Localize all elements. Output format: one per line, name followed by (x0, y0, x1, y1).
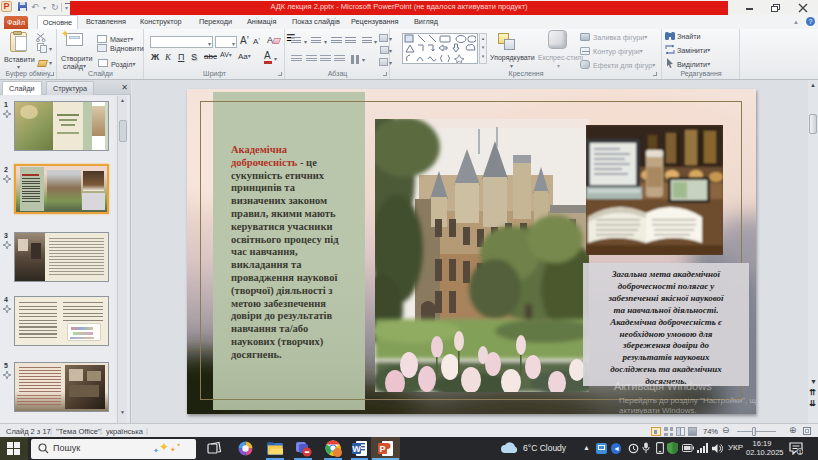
svg-text:1: 1 (798, 449, 801, 455)
svg-text:W: W (352, 444, 361, 454)
svg-text:P: P (379, 444, 385, 454)
